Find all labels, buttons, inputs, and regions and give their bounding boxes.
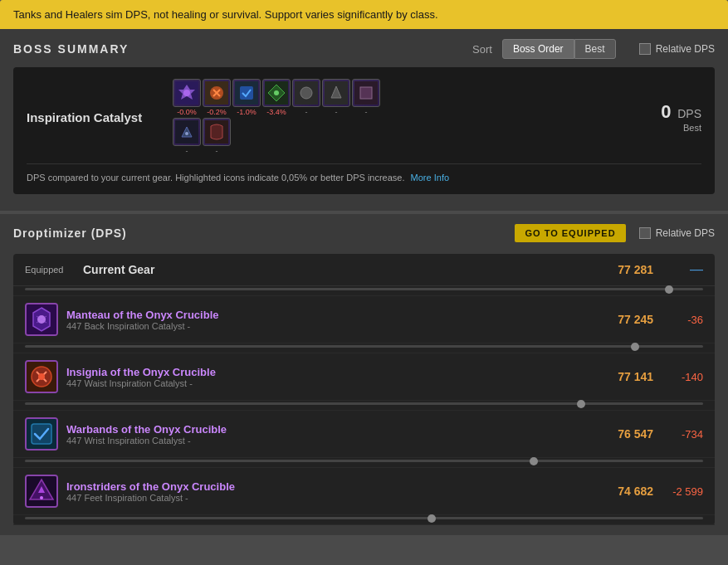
boss-gear-icon-8 <box>173 118 201 146</box>
relative-dps-label: Relative DPS <box>656 43 715 55</box>
svg-point-8 <box>274 90 279 95</box>
item-info-3: Ironstriders of the Onyx Crucible 447 Fe… <box>66 480 587 503</box>
boss-icon-cell-3[interactable]: -1.0% <box>232 79 261 116</box>
item-row-0: Manteau of the Onyx Crucible 447 Back In… <box>13 296 715 343</box>
slider-thumb-3 <box>428 514 436 523</box>
item-name-3: Ironstriders of the Onyx Crucible <box>66 480 587 493</box>
boss-icon-pct-4: -3.4% <box>262 108 291 116</box>
boss-icon-cell-4[interactable]: -3.4% <box>262 79 291 116</box>
slider-row-1 <box>13 401 715 411</box>
droptimizer-relative-dps-checkbox[interactable] <box>639 227 651 239</box>
equipped-row: Equipped Current Gear 77 281 — <box>13 254 715 286</box>
relative-dps-wrap: Relative DPS <box>639 43 715 55</box>
slider-thumb-2 <box>530 457 538 465</box>
svg-point-10 <box>300 87 312 99</box>
current-gear-slider-track[interactable] <box>25 288 703 290</box>
boss-gear-icon-4 <box>262 79 291 107</box>
boss-icon-cell-6[interactable]: - <box>322 79 350 116</box>
item-diff-3: -2 599 <box>653 485 703 498</box>
boss-icons-row-1: -0.0% -0.2% <box>173 79 380 116</box>
droptimizer-header: Droptimizer (DPS) GO TO EQUIPPED Relativ… <box>13 224 715 242</box>
boss-gear-icon-6 <box>322 79 350 107</box>
dps-value-block: 0 DPS Best <box>661 101 701 133</box>
svg-point-2 <box>183 90 190 96</box>
relative-dps-checkbox[interactable] <box>639 43 651 55</box>
boss-summary-header: BOSS SUMMARY Sort Boss Order Best Relati… <box>13 39 715 59</box>
boss-icons-grid: -0.0% -0.2% <box>173 79 380 155</box>
item-sub-1: 447 Waist Inspiration Catalyst - <box>66 378 587 388</box>
droptimizer-relative-dps-wrap: Relative DPS <box>639 227 715 239</box>
current-gear-label: Current Gear <box>83 263 587 276</box>
boss-icon-pct-8: - <box>173 147 201 155</box>
item-icon-1 <box>25 360 58 393</box>
boss-row: Inspiration Catalyst -0.0% <box>27 79 701 155</box>
boss-icon-pct-6: - <box>322 108 350 116</box>
boss-summary-section: BOSS SUMMARY Sort Boss Order Best Relati… <box>0 29 728 211</box>
item-dps-2: 76 547 <box>587 427 653 441</box>
go-to-equipped-button[interactable]: GO TO EQUIPPED <box>515 224 625 242</box>
droptimizer-title: Droptimizer (DPS) <box>13 226 127 240</box>
boss-gear-icon-2 <box>203 79 231 107</box>
items-container: Equipped Current Gear 77 281 — Manteau o… <box>13 254 715 525</box>
slider-track-3[interactable] <box>25 517 703 519</box>
item-dps-0: 77 245 <box>587 313 653 326</box>
warning-banner: Tanks and Healers sim DPS, not healing o… <box>0 0 728 29</box>
sort-best-button[interactable]: Best <box>574 39 616 59</box>
droptimizer-section: Droptimizer (DPS) GO TO EQUIPPED Relativ… <box>0 214 728 535</box>
item-name-0: Manteau of the Onyx Crucible <box>66 309 587 321</box>
boss-panel: Inspiration Catalyst -0.0% <box>13 67 715 194</box>
item-info-2: Warbands of the Onyx Crucible 447 Wrist … <box>66 423 587 446</box>
slider-row-2 <box>13 458 715 468</box>
svg-rect-14 <box>360 87 372 99</box>
dps-number: 0 DPS <box>661 101 701 123</box>
boss-icon-cell-2[interactable]: -0.2% <box>203 79 231 116</box>
item-icon-3 <box>25 475 58 508</box>
item-diff-1: -140 <box>653 371 703 383</box>
slider-track-2[interactable] <box>25 460 703 462</box>
item-dps-1: 77 141 <box>587 370 653 383</box>
item-icon-2 <box>25 417 58 451</box>
boss-icon-pct-1: -0.0% <box>173 108 201 116</box>
slider-row-3 <box>13 515 715 525</box>
sort-boss-order-button[interactable]: Boss Order <box>502 39 574 59</box>
item-sub-2: 447 Wrist Inspiration Catalyst - <box>66 436 587 446</box>
slider-thumb-1 <box>577 400 585 408</box>
sort-label: Sort <box>472 43 492 56</box>
boss-icon-cell-7[interactable]: - <box>352 79 380 116</box>
svg-point-16 <box>185 132 188 135</box>
item-name-1: Insignia of the Onyx Crucible <box>66 366 587 378</box>
boss-gear-icon-5 <box>292 79 320 107</box>
slider-track-0[interactable] <box>25 345 703 348</box>
boss-gear-icon-9 <box>203 118 231 146</box>
sort-buttons: Boss Order Best <box>502 39 616 59</box>
slider-row-0 <box>13 343 715 353</box>
boss-icon-cell-8[interactable]: - <box>173 118 201 155</box>
item-row-1: Insignia of the Onyx Crucible 447 Waist … <box>13 353 715 401</box>
item-dps-3: 74 682 <box>587 485 653 498</box>
svg-point-23 <box>38 373 45 380</box>
more-info-link[interactable]: More Info <box>411 173 449 183</box>
current-gear-slider-row <box>13 286 715 296</box>
item-name-2: Warbands of the Onyx Crucible <box>66 423 587 436</box>
item-icon-0 <box>25 303 58 336</box>
item-sub-3: 447 Feet Inspiration Catalyst - <box>66 493 587 503</box>
item-diff-2: -734 <box>653 428 703 441</box>
svg-rect-6 <box>240 86 253 100</box>
item-diff-0: -36 <box>653 314 703 326</box>
boss-icons-row-2: - - <box>173 118 380 155</box>
slider-thumb-0 <box>631 343 639 351</box>
divider <box>27 163 701 164</box>
boss-icon-cell-9[interactable]: - <box>203 118 231 155</box>
slider-track-1[interactable] <box>25 402 703 405</box>
current-gear-dps: 77 281 <box>587 263 653 276</box>
equipped-label: Equipped <box>25 265 83 275</box>
boss-gear-icon-3 <box>232 79 261 107</box>
boss-summary-title: BOSS SUMMARY <box>13 42 129 56</box>
warning-text: Tanks and Healers sim DPS, not healing o… <box>13 8 438 21</box>
svg-point-27 <box>40 496 43 499</box>
boss-icon-pct-2: -0.2% <box>203 108 231 116</box>
item-info-1: Insignia of the Onyx Crucible 447 Waist … <box>66 366 587 388</box>
current-gear-slider-thumb <box>665 285 673 294</box>
boss-icon-cell-1[interactable]: -0.0% <box>173 79 201 116</box>
boss-icon-cell-5[interactable]: - <box>292 79 320 116</box>
